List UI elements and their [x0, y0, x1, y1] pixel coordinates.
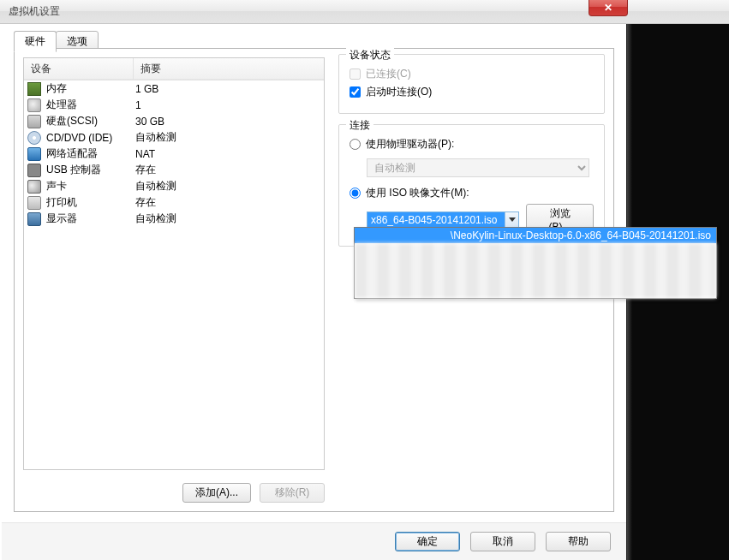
remove-button: 移除(R) — [260, 483, 325, 503]
hardware-row[interactable]: 打印机存在 — [24, 194, 324, 211]
iso-dropdown-button[interactable] — [505, 212, 518, 228]
window-close-button[interactable]: ✕ — [589, 0, 628, 16]
redacted-area — [355, 243, 716, 298]
hardware-list[interactable]: 设备 摘要 内存1 GB处理器1硬盘(SCSI)30 GBCD/DVD (IDE… — [23, 57, 325, 470]
device-name: 硬盘(SCSI) — [46, 114, 135, 128]
device-icon — [27, 115, 41, 128]
device-name: 声卡 — [46, 179, 135, 194]
hardware-buttons: 添加(A)... 移除(R) — [23, 483, 325, 503]
device-icon — [27, 82, 41, 96]
device-summary: 自动检测 — [135, 130, 319, 145]
checkbox-connect-at-poweron[interactable]: 启动时连接(O) — [350, 85, 594, 99]
device-summary: 存在 — [135, 163, 319, 177]
device-summary: 自动检测 — [135, 179, 319, 194]
hardware-row[interactable]: 内存1 GB — [24, 80, 324, 97]
device-name: 打印机 — [46, 195, 135, 210]
physical-drive-select: 自动检测 — [367, 158, 589, 177]
chevron-down-icon — [509, 217, 516, 222]
device-name: 处理器 — [46, 98, 135, 112]
cancel-button[interactable]: 取消 — [470, 532, 535, 551]
device-name: 内存 — [46, 81, 135, 96]
device-icon — [27, 196, 41, 210]
ok-button[interactable]: 确定 — [395, 532, 460, 551]
device-icon — [27, 147, 41, 161]
group-device-status: 设备状态 已连接(C) 启动时连接(O) — [338, 54, 605, 114]
titlebar: 虚拟机设置 ✕ — [0, 0, 729, 24]
device-summary: 1 — [135, 99, 319, 111]
dialog-footer: 确定 取消 帮助 — [2, 522, 626, 560]
hardware-row[interactable]: CD/DVD (IDE)自动检测 — [24, 129, 324, 146]
radio-use-physical[interactable]: 使用物理驱动器(P): — [350, 137, 594, 152]
hardware-row[interactable]: USB 控制器存在 — [24, 162, 324, 178]
close-icon: ✕ — [604, 2, 612, 14]
device-name: 显示器 — [46, 211, 135, 226]
window-title: 虚拟机设置 — [9, 4, 60, 19]
hardware-row[interactable]: 网络适配器NAT — [24, 146, 324, 162]
connect-at-poweron-checkbox[interactable] — [350, 86, 361, 98]
device-summary: 30 GB — [135, 116, 319, 128]
help-button[interactable]: 帮助 — [546, 532, 611, 551]
connected-checkbox — [350, 69, 361, 80]
col-summary[interactable]: 摘要 — [134, 58, 324, 80]
device-icon — [27, 212, 41, 226]
device-icon — [27, 131, 41, 145]
device-name: USB 控制器 — [46, 163, 135, 177]
add-button[interactable]: 添加(A)... — [182, 483, 251, 503]
hardware-row[interactable]: 声卡自动检测 — [24, 178, 324, 194]
device-icon — [27, 98, 41, 112]
col-device[interactable]: 设备 — [24, 58, 134, 80]
iso-dropdown-item[interactable]: \NeoKylin-Linux-Desktop-6.0-x86_64-B045-… — [355, 228, 716, 243]
device-icon — [27, 164, 41, 177]
device-summary: 自动检测 — [135, 211, 319, 226]
hardware-row[interactable]: 处理器1 — [24, 97, 324, 113]
hardware-row[interactable]: 显示器自动检测 — [24, 211, 324, 227]
use-iso-radio[interactable] — [350, 188, 361, 199]
iso-path-input[interactable] — [367, 211, 519, 229]
device-name: 网络适配器 — [46, 146, 135, 161]
device-icon — [27, 180, 41, 194]
hardware-row[interactable]: 硬盘(SCSI)30 GB — [24, 113, 324, 129]
legend-device-status: 设备状态 — [346, 48, 394, 63]
device-name: CD/DVD (IDE) — [46, 132, 135, 144]
radio-use-iso[interactable]: 使用 ISO 映像文件(M): — [350, 186, 594, 200]
device-summary: 存在 — [135, 195, 319, 210]
checkbox-connected[interactable]: 已连接(C) — [350, 67, 594, 81]
use-physical-radio[interactable] — [350, 139, 361, 150]
tab-hardware[interactable]: 硬件 — [14, 31, 57, 52]
device-summary: NAT — [135, 148, 319, 160]
legend-connection: 连接 — [346, 118, 373, 133]
device-summary: 1 GB — [135, 83, 319, 95]
iso-combobox[interactable] — [367, 211, 519, 229]
iso-dropdown-list[interactable]: \NeoKylin-Linux-Desktop-6.0-x86_64-B045-… — [354, 227, 717, 299]
hardware-list-header: 设备 摘要 — [24, 58, 324, 80]
